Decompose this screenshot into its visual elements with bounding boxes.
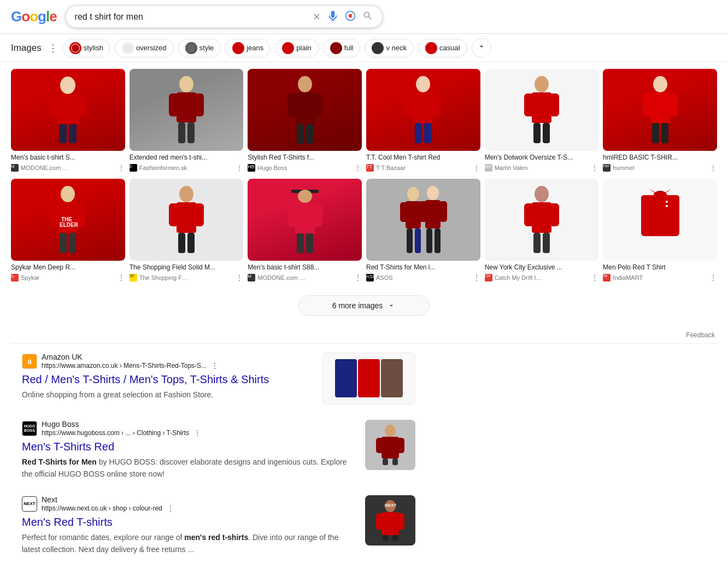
image-title-5: Men's Dotwork Oversize T-S... <box>485 153 599 162</box>
clear-icon[interactable]: ✕ <box>313 11 321 23</box>
result-item-hugoboss: HUGOBOSS Hugo Boss https://www.hugoboss.… <box>22 420 415 480</box>
amazon-url-dots[interactable]: ⋮ <box>211 361 219 370</box>
source-dots-8[interactable]: ⋮ <box>236 273 243 282</box>
image-card-5[interactable]: Men's Dotwork Oversize T-S... MV Martin … <box>485 69 599 172</box>
image-source-5: MV Martin Valen ⋮ <box>485 163 599 172</box>
svg-point-32 <box>653 76 667 92</box>
source-logo-2: F <box>130 164 137 172</box>
filter-chip-full[interactable]: full <box>323 39 361 57</box>
image-card-3[interactable]: Stylish Red T-Shirts f... HB Hugo Boss ⋮ <box>248 69 362 172</box>
feedback-link[interactable]: Feedback <box>11 331 717 339</box>
source-logo-12: IM <box>603 274 610 282</box>
svg-rect-18 <box>297 124 304 144</box>
svg-rect-92 <box>376 513 384 530</box>
svg-point-1 <box>348 14 352 18</box>
image-source-9: M MODONE.com wh... ⋮ <box>248 273 362 282</box>
svg-rect-13 <box>187 122 195 143</box>
image-card-1[interactable]: Men's basic t-shirt S... M MODONE.com ..… <box>11 69 125 172</box>
image-card-6[interactable]: hmlRED BASIC T-SHIR... HM hummel ⋮ <box>603 69 717 172</box>
source-dots-10[interactable]: ⋮ <box>473 273 480 282</box>
source-dots-3[interactable]: ⋮ <box>354 163 362 172</box>
image-title-2: Extended red men's t-shi... <box>130 153 244 162</box>
svg-rect-66 <box>425 200 441 228</box>
image-card-8[interactable]: The Shopping Field Solid M... SF The Sho… <box>130 179 244 282</box>
filter-chip-style[interactable]: style <box>178 39 221 57</box>
search-input[interactable] <box>75 12 308 22</box>
svg-point-65 <box>427 186 439 200</box>
filter-chip-jeans[interactable]: jeans <box>225 39 271 57</box>
next-url-dots[interactable]: ⋮ <box>167 504 174 513</box>
next-url: https://www.next.co.uk › shop › colour-r… <box>42 505 162 512</box>
source-dots-12[interactable]: ⋮ <box>709 273 717 282</box>
image-card-10[interactable]: Red T-Shirts for Men l... ASOS ASOS ⋮ <box>366 179 480 282</box>
source-dots-1[interactable]: ⋮ <box>118 163 125 172</box>
filter-chip-plain[interactable]: plain <box>275 39 318 57</box>
image-card-7[interactable]: THE ELDER Spykar Men Deep R... S Spykar … <box>11 179 125 282</box>
image-card-12[interactable]: Men Polo Red T Shirt IM IndiaMART ⋮ <box>603 179 717 282</box>
image-card-11[interactable]: New York City Exclusive ... CM Catch My … <box>485 179 599 282</box>
search-button-icon[interactable] <box>362 10 373 23</box>
filter-label-jeans: jeans <box>246 44 263 52</box>
svg-rect-30 <box>533 123 541 143</box>
toolbar-menu-dots[interactable]: ⋮ <box>48 42 58 54</box>
filter-chip-oversized[interactable]: oversized <box>115 39 174 57</box>
image-title-6: hmlRED BASIC T-SHIR... <box>603 153 717 162</box>
svg-point-59 <box>407 187 419 201</box>
svg-point-26 <box>535 76 549 92</box>
voice-icon[interactable] <box>327 10 338 23</box>
svg-rect-11 <box>194 93 204 116</box>
image-source-1: M MODONE.com ... ⋮ <box>11 163 125 172</box>
hugoboss-url-dots[interactable]: ⋮ <box>193 429 201 437</box>
source-name-12: IndiaMART <box>613 274 643 281</box>
source-name-9: MODONE.com wh... <box>257 274 307 281</box>
source-logo-4: TT <box>366 164 374 172</box>
results-section: a Amazon UK https://www.amazon.co.uk › M… <box>11 348 426 563</box>
svg-rect-35 <box>668 93 678 116</box>
filter-label-casual: casual <box>439 44 460 52</box>
svg-rect-37 <box>661 123 668 143</box>
next-result-title[interactable]: Men's Red T-shirts <box>22 515 356 529</box>
image-grid-row1: Men's basic t-shirt S... M MODONE.com ..… <box>11 69 717 172</box>
source-name-7: Spykar <box>21 274 39 281</box>
source-dots-6[interactable]: ⋮ <box>709 163 717 172</box>
next-site-name: Next <box>42 495 174 504</box>
svg-rect-34 <box>643 93 653 116</box>
svg-rect-43 <box>69 233 76 253</box>
filter-chip-vneck[interactable]: v neck <box>365 39 414 57</box>
source-dots-9[interactable]: ⋮ <box>354 273 362 282</box>
svg-rect-69 <box>426 228 432 253</box>
svg-rect-57 <box>297 233 304 253</box>
svg-rect-36 <box>652 123 659 143</box>
svg-rect-89 <box>392 459 398 465</box>
hugoboss-result-title[interactable]: Men's T-Shirts Red <box>22 439 356 454</box>
svg-rect-7 <box>69 124 77 143</box>
lens-icon[interactable] <box>345 10 356 23</box>
svg-rect-31 <box>543 123 550 143</box>
amazon-result-title[interactable]: Red / Men's T-Shirts / Men's Tops, T-Shi… <box>22 372 314 386</box>
image-card-2[interactable]: Extended red men's t-shi... F Fashionfor… <box>130 69 244 172</box>
svg-rect-22 <box>406 93 415 116</box>
source-logo-5: MV <box>485 164 492 172</box>
filter-label-style: style <box>199 44 214 52</box>
filter-chip-stylish[interactable]: stylish <box>62 39 110 57</box>
source-dots-5[interactable]: ⋮ <box>591 163 598 172</box>
image-title-1: Men's basic t-shirt S... <box>11 153 125 162</box>
filter-chip-casual[interactable]: casual <box>418 39 467 57</box>
source-name-1: MODONE.com ... <box>21 165 68 171</box>
next-logo: NEXT <box>22 496 37 512</box>
image-source-10: ASOS ASOS ⋮ <box>366 273 480 282</box>
image-card-4[interactable]: T.T. Cool Men T-shirt Red TT T T Bazaar … <box>366 69 480 172</box>
image-card-9[interactable]: Men's basic t-shirt S88... M MODONE.com … <box>248 179 362 282</box>
more-images-button[interactable]: 6 more images <box>298 295 430 316</box>
expand-filters-button[interactable] <box>472 38 491 57</box>
search-bar: ✕ <box>66 5 383 28</box>
source-dots-4[interactable]: ⋮ <box>473 163 480 172</box>
svg-rect-10 <box>169 93 179 116</box>
svg-point-84 <box>385 425 396 437</box>
source-dots-2[interactable]: ⋮ <box>236 163 243 172</box>
next-result-snippet: Perfect for romantic dates, explore our … <box>22 531 356 555</box>
source-dots-11[interactable]: ⋮ <box>591 273 598 282</box>
filter-label-vneck: v neck <box>386 44 407 52</box>
source-logo-8: SF <box>130 274 137 282</box>
source-dots-7[interactable]: ⋮ <box>118 273 125 282</box>
